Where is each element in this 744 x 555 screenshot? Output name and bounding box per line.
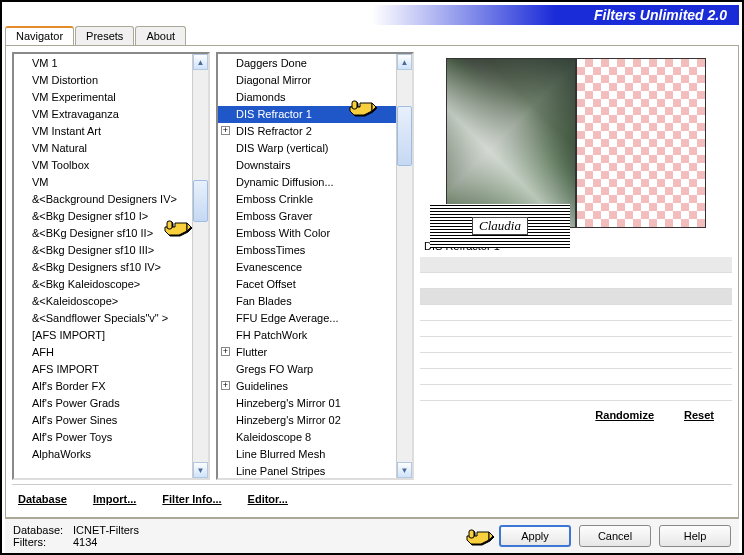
list-item[interactable]: Hinzeberg's Mirror 02 [218, 412, 396, 429]
scroll-up-icon[interactable]: ▲ [193, 54, 208, 70]
list-item[interactable]: +Flutter [218, 344, 396, 361]
expand-icon[interactable]: + [221, 126, 230, 135]
list-item[interactable]: VM [14, 174, 192, 191]
list-item-label: Diamonds [236, 91, 286, 103]
list-item-label: Gregs FO Warp [236, 363, 313, 375]
list-item-label: Downstairs [236, 159, 290, 171]
list-item[interactable]: &<Bkg Designer sf10 III> [14, 242, 192, 259]
tab-about[interactable]: About [135, 26, 186, 45]
preview-before [446, 58, 576, 228]
app-title: Filters Unlimited 2.0 [594, 7, 727, 23]
scrollbar[interactable]: ▲ ▼ [192, 54, 208, 478]
list-item[interactable]: Fan Blades [218, 293, 396, 310]
apply-button[interactable]: Apply [499, 525, 571, 547]
scroll-thumb[interactable] [193, 180, 208, 222]
list-item-label: Guidelines [236, 380, 288, 392]
expand-icon[interactable]: + [221, 347, 230, 356]
list-item[interactable]: EmbossTimes [218, 242, 396, 259]
list-item[interactable]: &<Bkg Designers sf10 IV> [14, 259, 192, 276]
import-button[interactable]: Import... [89, 491, 140, 507]
watermark-stamp: Claudia [430, 204, 570, 248]
list-item-label: Diagonal Mirror [236, 74, 311, 86]
randomize-button[interactable]: Randomize [591, 407, 658, 423]
list-item-label: Kaleidoscope 8 [236, 431, 311, 443]
list-item[interactable]: VM Natural [14, 140, 192, 157]
list-item[interactable]: Facet Offset [218, 276, 396, 293]
list-item-label: Fan Blades [236, 295, 292, 307]
pointing-hand-icon [163, 217, 193, 237]
list-item[interactable]: Emboss With Color [218, 225, 396, 242]
list-item[interactable]: VM 1 [14, 55, 192, 72]
list-item-label: Hinzeberg's Mirror 02 [236, 414, 341, 426]
list-item-label: Emboss Crinkle [236, 193, 313, 205]
list-item-label: Daggers Done [236, 57, 307, 69]
list-item-label: Flutter [236, 346, 267, 358]
watermark-text: Claudia [472, 217, 528, 235]
tab-strip: Navigator Presets About [5, 26, 739, 46]
list-item[interactable]: Kaleidoscope 8 [218, 429, 396, 446]
list-item[interactable]: Alf's Power Grads [14, 395, 192, 412]
list-item[interactable]: Downstairs [218, 157, 396, 174]
list-item[interactable]: Emboss Crinkle [218, 191, 396, 208]
list-item[interactable]: VM Extravaganza [14, 106, 192, 123]
db-label: Database: [13, 524, 67, 536]
list-item[interactable]: &<Kaleidoscope> [14, 293, 192, 310]
db-value: ICNET-Filters [73, 524, 139, 536]
tab-presets[interactable]: Presets [75, 26, 134, 45]
list-item-label: DIS Refractor 1 [236, 108, 312, 120]
parameter-rows [420, 257, 732, 401]
list-item[interactable]: VM Distortion [14, 72, 192, 89]
list-item[interactable]: Line Blurred Mesh [218, 446, 396, 463]
list-item[interactable]: VM Toolbox [14, 157, 192, 174]
list-item[interactable]: Evanescence [218, 259, 396, 276]
list-item[interactable]: AlphaWorks [14, 446, 192, 463]
scroll-up-icon[interactable]: ▲ [397, 54, 412, 70]
list-item[interactable]: Dynamic Diffusion... [218, 174, 396, 191]
list-item[interactable]: AFH [14, 344, 192, 361]
list-item-label: Emboss With Color [236, 227, 330, 239]
title-bar: Filters Unlimited 2.0 [5, 5, 739, 25]
list-item[interactable]: FH PatchWork [218, 327, 396, 344]
filter-list[interactable]: Daggers DoneDiagonal MirrorDiamondsDIS R… [216, 52, 414, 480]
list-item[interactable]: Line Panel Stripes [218, 463, 396, 478]
list-item-label: DIS Warp (vertical) [236, 142, 329, 154]
scroll-down-icon[interactable]: ▼ [397, 462, 412, 478]
list-item[interactable]: VM Experimental [14, 89, 192, 106]
category-list[interactable]: VM 1VM DistortionVM ExperimentalVM Extra… [12, 52, 210, 480]
list-item[interactable]: Hinzeberg's Mirror 01 [218, 395, 396, 412]
scroll-thumb[interactable] [397, 106, 412, 166]
list-item[interactable]: [AFS IMPORT] [14, 327, 192, 344]
list-item[interactable]: Alf's Power Sines [14, 412, 192, 429]
reset-button[interactable]: Reset [680, 407, 718, 423]
scrollbar[interactable]: ▲ ▼ [396, 54, 412, 478]
list-item[interactable]: Alf's Power Toys [14, 429, 192, 446]
list-item[interactable]: AFS IMPORT [14, 361, 192, 378]
list-item[interactable]: DIS Warp (vertical) [218, 140, 396, 157]
expand-icon[interactable]: + [221, 381, 230, 390]
database-button[interactable]: Database [14, 491, 71, 507]
list-item[interactable]: &<Bkg Kaleidoscope> [14, 276, 192, 293]
list-item[interactable]: FFU Edge Average... [218, 310, 396, 327]
list-item[interactable]: +DIS Refractor 2 [218, 123, 396, 140]
list-item[interactable]: VM Instant Art [14, 123, 192, 140]
preview-after [576, 58, 706, 228]
list-item[interactable]: Diagonal Mirror [218, 72, 396, 89]
cancel-button[interactable]: Cancel [579, 525, 651, 547]
scroll-down-icon[interactable]: ▼ [193, 462, 208, 478]
status-bar: Database: ICNET-Filters Filters: 4134 Ap… [5, 518, 739, 553]
list-item[interactable]: Gregs FO Warp [218, 361, 396, 378]
list-item[interactable]: &<Sandflower Specials"v" > [14, 310, 192, 327]
list-item[interactable]: +Guidelines [218, 378, 396, 395]
editor-button[interactable]: Editor... [244, 491, 292, 507]
list-item[interactable]: &<Background Designers IV> [14, 191, 192, 208]
tab-navigator[interactable]: Navigator [5, 26, 74, 45]
list-item-label: FH PatchWork [236, 329, 307, 341]
list-item[interactable]: Emboss Graver [218, 208, 396, 225]
list-item[interactable]: Daggers Done [218, 55, 396, 72]
list-item[interactable]: Alf's Border FX [14, 378, 192, 395]
filters-label: Filters: [13, 536, 67, 548]
list-item-label: Hinzeberg's Mirror 01 [236, 397, 341, 409]
pointing-hand-icon [348, 97, 378, 117]
help-button[interactable]: Help [659, 525, 731, 547]
filter-info-button[interactable]: Filter Info... [158, 491, 225, 507]
